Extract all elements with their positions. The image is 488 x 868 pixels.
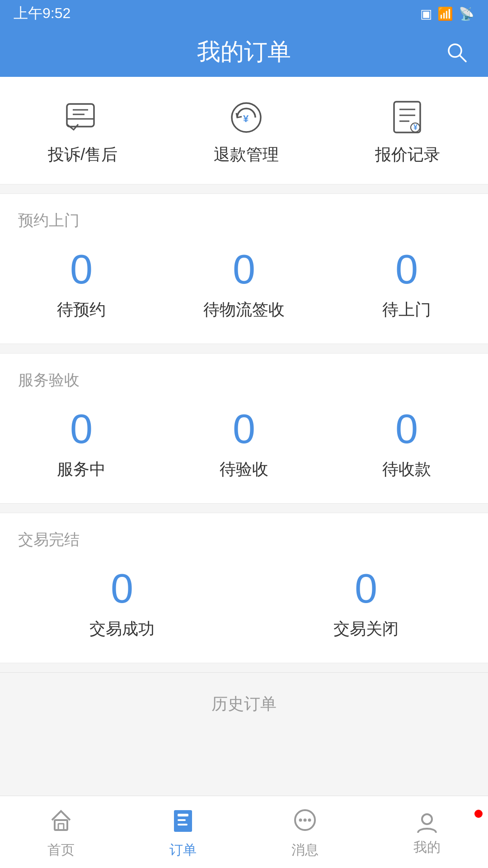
svg-point-23 [308, 819, 311, 822]
trade-success-item[interactable]: 0 交易成功 [0, 568, 244, 640]
battery-icon: ▣ [420, 6, 432, 21]
trade-closed-item[interactable]: 0 交易关闭 [244, 568, 488, 640]
page-header: 我的订单 [0, 27, 488, 77]
home-nav-label: 首页 [47, 841, 75, 859]
pending-visit-number: 0 [395, 249, 418, 290]
page-title: 我的订单 [197, 36, 291, 68]
in-service-number: 0 [70, 409, 93, 449]
status-bar: 上午9:52 ▣ 📶 📡 [0, 0, 488, 27]
orders-icon [168, 805, 198, 835]
home-icon [46, 805, 76, 835]
refund-label: 退款管理 [214, 144, 279, 166]
pending-acceptance-label: 待验收 [220, 458, 268, 481]
trade-closed-label: 交易关闭 [333, 618, 399, 640]
in-service-item[interactable]: 0 服务中 [0, 409, 163, 481]
service-section: 服务验收 0 服务中 0 待验收 0 待收款 [0, 353, 488, 504]
pending-visit-label: 待上门 [382, 299, 431, 321]
complaint-icon [65, 99, 101, 136]
service-stats: 0 服务中 0 待验收 0 待收款 [0, 400, 488, 503]
svg-point-21 [299, 819, 302, 822]
nav-profile-wrapper[interactable]: 我的 [366, 807, 488, 857]
profile-nav-label: 我的 [413, 838, 441, 857]
pending-payment-label: 待收款 [382, 458, 431, 481]
svg-text:¥: ¥ [243, 113, 249, 124]
status-time: 上午9:52 [14, 4, 70, 24]
pending-payment-item[interactable]: 0 待收款 [325, 409, 488, 481]
pending-logistics-item[interactable]: 0 待物流签收 [163, 249, 325, 321]
svg-line-1 [460, 55, 466, 61]
pending-acceptance-number: 0 [233, 409, 255, 449]
signal-icon: 📡 [459, 6, 474, 21]
complaint-label: 投诉/售后 [48, 144, 117, 166]
profile-icon [412, 807, 442, 838]
transaction-title: 交易完结 [0, 513, 488, 559]
trade-closed-number: 0 [355, 568, 377, 609]
appointment-section: 预约上门 0 待预约 0 待物流签收 0 待上门 [0, 193, 488, 344]
trade-success-number: 0 [111, 568, 133, 609]
quote-action[interactable]: ¥ 报价记录 [375, 99, 440, 166]
quote-label: 报价记录 [375, 144, 440, 166]
svg-rect-18 [178, 819, 186, 821]
complaint-action[interactable]: 投诉/售后 [48, 99, 117, 166]
pending-payment-number: 0 [395, 409, 418, 449]
svg-rect-17 [178, 814, 188, 816]
quick-actions: 投诉/售后 ¥ 退款管理 ¥ [0, 77, 488, 184]
svg-rect-2 [67, 104, 94, 127]
notification-dot [474, 810, 483, 818]
appointment-title: 预约上门 [0, 194, 488, 240]
content-area: 投诉/售后 ¥ 退款管理 ¥ [0, 77, 488, 808]
search-button[interactable] [443, 38, 470, 66]
svg-text:¥: ¥ [413, 123, 418, 131]
pending-appointment-label: 待预约 [57, 299, 106, 321]
svg-point-22 [304, 819, 307, 822]
pending-appointment-number: 0 [70, 249, 93, 290]
nav-orders[interactable]: 订单 [122, 798, 244, 866]
svg-rect-19 [178, 824, 188, 826]
orders-nav-label: 订单 [169, 841, 197, 859]
pending-logistics-number: 0 [233, 249, 255, 290]
transaction-stats: 0 交易成功 0 交易关闭 [0, 559, 488, 663]
pending-visit-item[interactable]: 0 待上门 [325, 249, 488, 321]
status-icons: ▣ 📶 📡 [420, 6, 474, 21]
pending-acceptance-item[interactable]: 0 待验收 [163, 409, 325, 481]
transaction-section: 交易完结 0 交易成功 0 交易关闭 [0, 513, 488, 663]
history-section: 历史订单 [0, 672, 488, 736]
history-orders-button[interactable]: 历史订单 [0, 673, 488, 736]
trade-success-label: 交易成功 [89, 618, 155, 640]
nav-messages[interactable]: 消息 [244, 798, 366, 866]
pending-appointment-item[interactable]: 0 待预约 [0, 249, 163, 321]
svg-rect-15 [58, 824, 64, 830]
wifi-icon: 📶 [437, 6, 453, 21]
svg-point-24 [422, 814, 432, 824]
refund-icon: ¥ [228, 99, 264, 136]
quote-icon: ¥ [389, 99, 426, 136]
refund-action[interactable]: ¥ 退款管理 [214, 99, 279, 166]
bottom-nav: 首页 订单 消息 [0, 796, 488, 868]
pending-logistics-label: 待物流签收 [203, 299, 285, 321]
messages-nav-label: 消息 [291, 841, 319, 859]
svg-rect-14 [55, 820, 67, 830]
service-title: 服务验收 [0, 354, 488, 400]
messages-icon [290, 805, 320, 835]
in-service-label: 服务中 [57, 458, 106, 481]
appointment-stats: 0 待预约 0 待物流签收 0 待上门 [0, 240, 488, 344]
nav-home[interactable]: 首页 [0, 798, 122, 866]
